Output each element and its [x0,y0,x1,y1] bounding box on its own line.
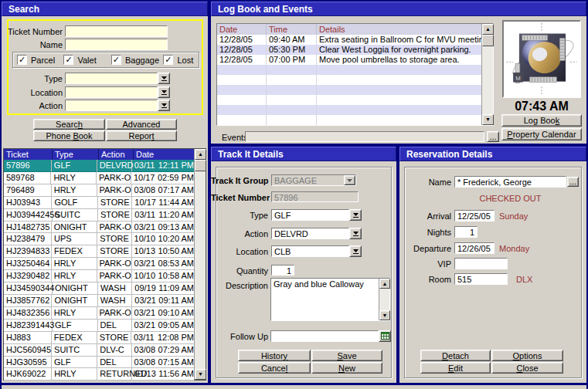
advanced-button[interactable]: Advanced [106,119,177,130]
ticket-table-row[interactable]: HJ03943GOLFSTORE10/1711:44 AM [4,197,194,209]
ticket-table-row[interactable]: HJ34590344ONIGHTWASH09/1911:09 AM [4,282,194,295]
logbook-row[interactable]: 12/28/0507:00 PMMove pool umbrellas to s… [217,55,481,65]
report-button[interactable]: Report [106,130,177,141]
followup-input[interactable] [270,330,379,342]
cell-type: ONIGHT [52,222,97,234]
name-lookup-button[interactable]: ... [567,177,579,187]
history-button[interactable]: History [238,350,311,361]
nights-input[interactable]: 1 [454,226,478,238]
room-input[interactable]: 515 [454,273,508,285]
column-header-date[interactable]: Date [217,24,267,35]
location-dropdown-button[interactable] [349,245,362,257]
ticket-table-row[interactable]: HJ3857762ONIGHTWASH03/2109:11 AM [4,295,194,307]
events-input[interactable] [245,131,484,142]
save-button[interactable]: Save [311,350,382,361]
reservation-panel-title: Reservation Details [399,147,586,161]
ticket-table-row[interactable]: HJ3290482HRLYPARK-O10/1010:58 AM [4,270,194,282]
scroll-up-button[interactable]: ▲ [482,24,494,35]
scroll-down-button[interactable]: ▼ [482,114,494,125]
column-header-action[interactable]: Action [99,149,134,160]
name-input[interactable] [65,39,168,50]
arrival-date-input[interactable]: 12/25/05 [454,210,495,222]
logbook-scrollbar[interactable]: ▲ ▼ [481,24,493,125]
ticket-table-row[interactable]: HJ238479UPSSTORE10/1010:20 AM [4,233,194,245]
options-button[interactable]: Options [491,350,563,361]
logbook-row[interactable]: 12/28/0509:40 AMExtra seating in Ballroo… [217,35,481,45]
type-combo[interactable]: GLF [271,209,349,221]
cell-date: 10/1010:58 AM [132,270,194,282]
scrollbar-thumb[interactable] [482,35,494,46]
location-dropdown-button[interactable] [158,86,170,98]
column-header-date[interactable]: Date [134,149,194,160]
description-textarea[interactable]: Gray and blue Calloway ▲ ▼ [270,278,390,321]
phone-book-button[interactable]: Phone Book [33,130,105,141]
cell-date [217,75,267,85]
logbook-empty-row[interactable] [217,95,481,105]
action-combo[interactable]: DELVRD [271,228,349,239]
ticket-table-row[interactable]: HJ883FEDEXSTORE03/1112:08 PM [4,332,194,344]
scroll-up-button[interactable]: ▲ [379,279,390,289]
checkmark-icon[interactable]: ✓ [111,55,121,65]
action-dropdown-button[interactable] [158,100,170,111]
checkbox-valet[interactable]: ✓Valet [63,55,110,65]
logbook-empty-row[interactable] [217,75,481,85]
ticket-table-row[interactable]: HJ039442456SUITCSTORE03/1111:20 AM [4,209,194,222]
type-combo[interactable] [65,73,158,84]
ticket-table-row[interactable]: HJC560945SUITCDLV-C03/0807:29 AM [4,344,194,357]
followup-calendar-button[interactable] [379,330,391,342]
log-book-button[interactable]: Log Book [501,114,582,127]
checkbox-lost[interactable]: ✓Lost [163,55,199,65]
column-header-type[interactable]: Type [53,149,99,160]
close-button[interactable]: Close [491,362,563,374]
scroll-up-button[interactable]: ▲ [195,149,206,160]
cell-time [267,65,317,75]
scroll-down-button[interactable]: ▼ [195,369,206,380]
ticket-table-row[interactable]: 57896GLFDELVRD03/1112:11 PM [4,160,194,172]
ticket-table-row[interactable]: HJ3250464HRLYPARK-O03/2108:53 AM [4,258,194,270]
scroll-down-button[interactable]: ▼ [379,310,390,320]
type-dropdown-button[interactable] [349,209,362,221]
vip-input[interactable] [454,258,508,269]
events-more-button[interactable]: ... [487,131,499,142]
ticket-table-row[interactable]: HJ2394833FEDEXSTORE10/1310:50 AM [4,245,194,258]
scrollbar-thumb[interactable] [195,160,206,171]
ticket-table-row[interactable]: 796489HRLYPARK-O03/0807:17 AM [4,184,194,197]
edit-button[interactable]: Edit [420,362,491,374]
ticket-table-row[interactable]: HJ82391443GLFDEL03/2109:05 AM [4,320,194,332]
detach-button[interactable]: Detach [420,350,491,361]
ticket-table-scrollbar[interactable]: ▲ ▼ [194,149,206,380]
column-header-time[interactable]: Time [267,24,317,35]
description-scrollbar[interactable]: ▲ ▼ [379,279,389,320]
ticket-table-row[interactable]: 589768HRLYPARK-O10/1702:59 PM [4,172,194,184]
ticket-table-row[interactable]: HJ1482735ONIGHTPARK-O03/2109:13 AM [4,222,194,234]
location-combo[interactable]: CLB [271,245,349,257]
checkbox-parcel[interactable]: ✓Parcel [17,55,63,65]
logbook-empty-row[interactable] [217,105,481,115]
type-dropdown-button[interactable] [158,73,170,84]
ticket-table-row[interactable]: HJK69022HRLYRETURNED01/1311:56 AM [4,368,194,381]
cell-ticket: HJ82391443 [4,320,53,332]
search-button[interactable]: Search [33,119,105,130]
action-dropdown-button[interactable] [349,228,362,239]
ticket-number-input[interactable] [65,25,168,37]
checkmark-icon[interactable]: ✓ [163,55,173,65]
logbook-empty-row[interactable] [217,85,481,95]
guest-name-input[interactable]: * Frederick, George [454,176,566,188]
new-button[interactable]: New [311,362,382,374]
property-calendar-button[interactable]: Property Calendar [501,128,582,140]
action-combo[interactable] [65,100,158,111]
quantity-input[interactable]: 1 [271,265,294,276]
checkbox-baggage[interactable]: ✓Baggage [111,55,163,65]
logbook-empty-row[interactable] [217,115,481,125]
logbook-empty-row[interactable] [217,65,481,75]
checkmark-icon[interactable]: ✓ [17,55,27,65]
location-combo[interactable] [65,86,158,98]
ticket-table-row[interactable]: HJG30595GLFDEL03/0807:15 AM [4,357,194,369]
departure-date-input[interactable]: 12/26/05 [454,242,495,254]
checkmark-icon[interactable]: ✓ [63,55,73,65]
ticket-table-row[interactable]: HJ4832356HRLYPARK-O03/2109:10 AM [4,307,194,320]
cancel-button[interactable]: Cancel [238,362,311,374]
column-header-ticket[interactable]: Ticket [4,149,53,160]
column-header-details[interactable]: Details [317,24,481,35]
logbook-row[interactable]: 12/28/0505:30 PMClear West Loggia for ov… [217,45,481,55]
